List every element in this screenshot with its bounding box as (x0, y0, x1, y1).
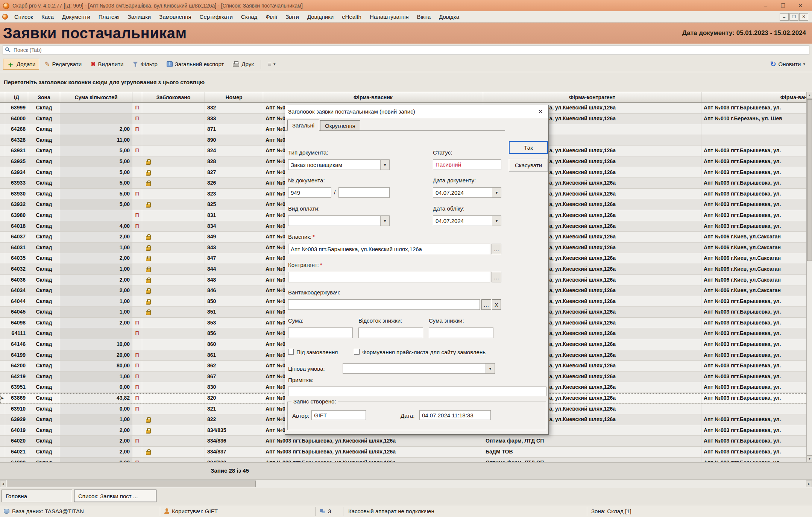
column-header-qty[interactable]: Сума кількостей (60, 92, 132, 102)
lock-icon (146, 430, 151, 434)
menu-item-каса[interactable]: Каса (37, 12, 58, 21)
menu-item-налаштування[interactable]: Налаштування (366, 12, 413, 21)
menu-item-склад[interactable]: Склад (237, 12, 261, 21)
tab-home[interactable]: Головна (2, 490, 72, 502)
discount-percent-input[interactable] (358, 327, 423, 338)
on-order-checkbox[interactable] (288, 349, 294, 355)
mdi-minimize-button[interactable]: – (780, 13, 789, 21)
cell-qty (60, 103, 132, 113)
price-condition-label: Цінова умова: (288, 365, 325, 372)
scroll-right-arrow[interactable]: ► (806, 481, 812, 487)
scroll-down-arrow[interactable]: ▼ (807, 455, 812, 462)
consignee-input[interactable] (288, 299, 480, 310)
dialog-tab-rounding[interactable]: Округлення (320, 120, 360, 131)
doc-number2-input[interactable] (338, 187, 390, 198)
filter-button[interactable]: Фільтр (129, 59, 161, 70)
chevron-down-icon[interactable]: ▼ (380, 216, 389, 226)
menu-item-платежі[interactable]: Платежі (94, 12, 124, 21)
menu-item-звіти[interactable]: Звіти (281, 12, 303, 21)
created-date-input[interactable] (419, 410, 491, 420)
minimize-button[interactable]: – (757, 0, 774, 11)
menu-item-вікна[interactable]: Вікна (413, 12, 435, 21)
column-header-consignee[interactable]: Фірма-вантажоодержувач (701, 92, 812, 102)
cancel-button[interactable]: Скасувати (509, 159, 548, 171)
search-input[interactable] (3, 45, 809, 55)
doc-type-combo[interactable]: Заказ поставщикам ▼ (288, 159, 390, 170)
table-row[interactable]: 64020Склад2,00П834/836Апт №003 пгт.Барыш… (0, 436, 812, 447)
column-header-number[interactable]: Номер (205, 92, 263, 102)
owner-input[interactable] (288, 244, 490, 254)
cell-id: 64045 (5, 307, 28, 317)
print-button[interactable]: Друк (229, 59, 257, 70)
column-header-flag[interactable] (132, 92, 142, 102)
column-header-contragent[interactable]: Фірма-контрагент (483, 92, 701, 102)
author-input[interactable] (311, 410, 366, 420)
menu-item-список[interactable]: Список (10, 12, 37, 21)
delete-button[interactable]: ✖ Видалити (87, 58, 127, 70)
cell-qty: 2,00 (60, 425, 132, 436)
table-row[interactable]: 64021Склад2,00834/837Апт №003 пгт.Барыше… (0, 447, 812, 458)
tab-supplier-requests-list[interactable]: Список: Заявки пост ... (74, 490, 156, 502)
chevron-down-icon[interactable]: ▼ (486, 364, 495, 373)
refresh-button[interactable]: ↻ Оновити ▾ (766, 59, 809, 70)
pay-type-combo[interactable]: ▼ (288, 215, 390, 226)
price-condition-combo[interactable]: ▼ (343, 363, 495, 374)
consignee-browse-button[interactable]: … (481, 299, 491, 310)
discount-percent-label: Відсоток знижки: (358, 317, 402, 324)
chevron-down-icon[interactable]: ▼ (380, 160, 389, 170)
account-date-combo[interactable]: 04.07.2024 ▼ (433, 215, 501, 226)
menu-item-документи[interactable]: Документи (58, 12, 94, 21)
horizontal-scrollbar[interactable]: ◄ ► (0, 479, 812, 488)
price-list-checkbox[interactable] (354, 349, 360, 355)
column-header-id[interactable]: ІД (5, 92, 28, 102)
dialog-tab-general[interactable]: Загальні (287, 120, 319, 131)
mdi-close-button[interactable]: ✕ (799, 13, 808, 21)
discount-sum-input[interactable] (429, 327, 493, 338)
cell-flag: П (132, 382, 142, 393)
close-button[interactable]: ✕ (792, 0, 809, 11)
dialog-close-icon[interactable]: ✕ (536, 107, 545, 116)
column-header-icon[interactable] (0, 92, 5, 102)
cell-contragent: Оптима фарм, ЛТД СП (483, 436, 701, 446)
vertical-scrollbar[interactable]: ▲ ▼ (806, 92, 812, 462)
view-options-button[interactable]: ≡ ▾ (264, 59, 279, 70)
column-header-zone[interactable]: Зона (28, 92, 60, 102)
contragent-input[interactable] (288, 272, 490, 282)
menu-item-ehealth[interactable]: eHealth (338, 12, 366, 21)
lock-icon (146, 236, 151, 240)
menu-item-філії[interactable]: Філії (261, 12, 281, 21)
maximize-button[interactable]: ❐ (774, 0, 792, 11)
table-row[interactable]: 64022Склад2,00П834/838Апт №003 пгт.Барыш… (0, 458, 812, 462)
mdi-restore-button[interactable]: ❐ (789, 13, 798, 21)
cell-qty: 1,00 (60, 414, 132, 425)
consignee-clear-button[interactable]: X (492, 299, 501, 310)
menu-item-залишки[interactable]: Залишки (124, 12, 155, 21)
chevron-down-icon[interactable]: ▼ (492, 188, 501, 197)
status-zone-text: Зона: Склад [1] (591, 508, 631, 514)
menu-item-довідка[interactable]: Довідка (435, 12, 463, 21)
vertical-scrollbar-thumb[interactable] (807, 99, 812, 261)
scroll-left-arrow[interactable]: ◄ (0, 481, 6, 487)
column-header-owner[interactable]: Фірма-власник (263, 92, 483, 102)
contragent-browse-button[interactable]: … (492, 272, 501, 282)
scroll-up-arrow[interactable]: ▲ (807, 92, 812, 99)
menu-item-довідники[interactable]: Довідники (303, 12, 338, 21)
cell-consignee: Апт №003 пгт.Барышевка, ул. (701, 189, 812, 199)
column-header-blocked[interactable]: Заблоковано (142, 92, 205, 102)
note-input[interactable] (288, 387, 546, 396)
lock-icon (146, 161, 151, 165)
cell-qty: 2,00 (60, 253, 132, 264)
owner-browse-button[interactable]: … (492, 244, 501, 254)
sum-input[interactable] (288, 327, 353, 338)
export-button[interactable]: ↥ Загальний експорт (163, 59, 228, 70)
chevron-down-icon[interactable]: ▼ (492, 216, 501, 226)
horizontal-scrollbar-thumb[interactable] (7, 481, 256, 487)
ok-button[interactable]: Так (509, 141, 548, 154)
menu-item-замовлення[interactable]: Замовлення (155, 12, 195, 21)
menu-item-сертифікати[interactable]: Сертифікати (196, 12, 237, 21)
cell-consignee: Апт №003 пгт.Барышевка, ул. (701, 307, 812, 317)
doc-date-combo[interactable]: 04.07.2024 ▼ (433, 187, 501, 198)
doc-number-input[interactable] (288, 187, 331, 198)
add-button[interactable]: ＋ Додати (3, 59, 39, 70)
edit-button[interactable]: ✎ Редагувати (41, 58, 85, 70)
